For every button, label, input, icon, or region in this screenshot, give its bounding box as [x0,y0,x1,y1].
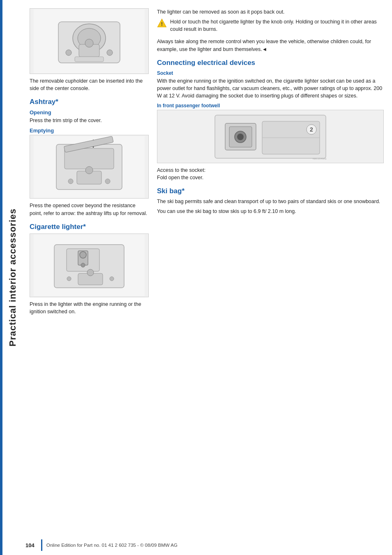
opening-text: Press the trim strip of the cover. [30,117,149,124]
main-content: The removable cupholder can be inserted … [25,0,392,555]
cupholder-svg [34,9,145,73]
socket-svg: 2 NBC2140AE [211,111,330,162]
warning-triangle-svg: ! [157,18,167,28]
footer: 104 Online Edition for Part no. 01 41 2 … [0,535,392,555]
lighter-image [30,234,149,297]
socket-text: With the engine running or the ignition … [157,77,384,99]
svg-rect-11 [65,148,114,169]
svg-point-18 [105,179,110,184]
ski-bag-text1: The ski bag permits safe and clean trans… [157,198,384,205]
svg-point-5 [85,39,93,47]
svg-point-23 [80,252,86,258]
emptying-subheading: Emptying [30,127,149,134]
front-passenger-subheading: In front passenger footwell [157,103,384,109]
socket-caption: Access to the socket: Fold open the cove… [157,166,384,181]
cupholder-image [30,8,149,74]
ski-bag-text2: You can use the ski bag to stow skis up … [157,208,384,215]
ashtray-image [30,135,149,199]
warning-box: ! Hold or touch the hot cigarette lighte… [157,18,384,35]
ashtray-heading: Ashtray* [30,98,149,106]
socket-caption-text: Access to the socket: Fold open the cove… [157,167,205,180]
svg-text:2: 2 [310,126,313,133]
sidebar: Practical interior accessories [0,0,25,555]
svg-point-6 [66,50,71,56]
cupholder-caption: The removable cupholder can be inserted … [30,77,149,92]
emptying-caption: Press the opened cover beyond the resist… [30,202,149,217]
footer-divider [41,539,42,551]
right-column: The lighter can be removed as soon as it… [157,8,384,547]
svg-point-7 [107,50,113,56]
ski-bag-heading: Ski bag* [157,187,384,195]
socket-subheading: Socket [157,70,384,76]
svg-point-36 [237,134,244,140]
lighter-text1: The lighter can be removed as soon as it… [157,8,384,16]
footer-copyright: Online Edition for Part no. 01 41 2 602 … [46,543,178,548]
svg-point-17 [68,179,73,184]
svg-point-24 [81,263,85,267]
lighter-text2: Always take along the remote control whe… [157,38,384,53]
page-container: Practical interior accessories [0,0,392,555]
svg-text:NBC2140AE: NBC2140AE [313,157,327,160]
svg-text:!: ! [161,21,163,27]
warning-text: Hold or touch the hot cigarette lighter … [170,18,384,33]
left-column: The removable cupholder can be inserted … [30,8,149,547]
lighter-svg [34,234,145,296]
cigarette-heading: Cigarette lighter* [30,223,149,231]
svg-point-28 [110,277,114,281]
svg-point-27 [67,277,71,281]
svg-point-26 [87,269,94,276]
cigarette-caption: Press in the lighter with the engine run… [30,301,149,315]
warning-icon: ! [157,18,167,29]
sidebar-label: Practical interior accessories [7,208,18,347]
socket-image: 2 NBC2140AE [157,110,384,163]
svg-point-16 [85,166,93,174]
ashtray-svg [34,136,145,198]
connecting-heading: Connecting electrical devices [157,59,384,67]
page-number: 104 [25,542,35,548]
opening-subheading: Opening [30,109,149,116]
svg-rect-8 [75,57,104,62]
